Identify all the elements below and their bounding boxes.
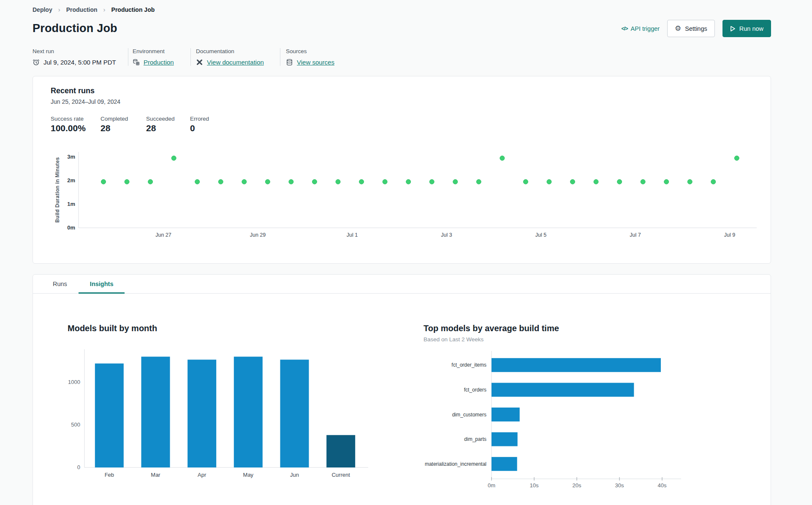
alarm-clock-icon (33, 59, 40, 66)
run-duration-dot[interactable] (101, 179, 106, 184)
gear-icon: ⚙ (675, 25, 681, 32)
insights-panel: Models built by month 05001000FebMarAprM… (33, 294, 771, 505)
run-duration-dot[interactable] (148, 179, 153, 184)
meta-sources: Sources View sources (280, 48, 334, 66)
run-now-button[interactable]: Run now (722, 20, 771, 37)
month-bar-apr[interactable] (187, 359, 216, 467)
page-title: Production Job (33, 22, 117, 35)
bar-y-tick: 1000 (68, 379, 80, 385)
model-label: dim_parts (464, 436, 486, 442)
month-bar-jun[interactable] (280, 359, 309, 467)
stat-completed: Completed 28 (100, 116, 146, 133)
run-duration-dot[interactable] (312, 179, 317, 184)
bar-x-label: Jun (290, 472, 299, 478)
tab-insights[interactable]: Insights (79, 275, 125, 293)
scatter-x-tick: Jul 1 (347, 232, 358, 238)
run-duration-dot[interactable] (594, 179, 598, 184)
run-duration-dot[interactable] (664, 179, 669, 184)
top-models-chart: fct_order_itemsfct_ordersdim_customersdi… (412, 348, 733, 492)
model-bar-fct_order_items[interactable] (492, 358, 661, 372)
meta-environment: Environment Production (128, 48, 190, 66)
model-label: materialization_incremental (425, 461, 486, 467)
tabbar: Runs Insights (33, 275, 771, 294)
run-duration-dot[interactable] (547, 179, 551, 184)
hbar-x-tick: 30s (615, 482, 624, 489)
bar-y-tick: 0 (77, 464, 80, 470)
breadcrumb-deploy[interactable]: Deploy (33, 6, 52, 13)
view-sources-link[interactable]: View sources (297, 59, 334, 66)
model-bar-fct_orders[interactable] (492, 383, 634, 397)
bar-x-label: Mar (151, 472, 160, 478)
tab-runs[interactable]: Runs (41, 275, 79, 293)
run-duration-dot[interactable] (453, 179, 458, 184)
settings-button[interactable]: ⚙ Settings (667, 20, 715, 37)
scatter-y-tick: 1m (67, 201, 75, 207)
run-duration-dot[interactable] (406, 179, 411, 184)
scatter-y-axis-label: Build Duration in Minutes (54, 157, 60, 222)
view-documentation-link[interactable]: View documentation (207, 59, 264, 66)
dbt-logo-icon (196, 59, 203, 66)
run-duration-dot[interactable] (171, 156, 176, 160)
breadcrumb-production[interactable]: Production (66, 6, 98, 13)
stat-success-rate: Success rate 100.00% (51, 116, 100, 133)
bar-y-tick: 500 (71, 421, 80, 428)
meta-next-run: Next run Jul 9, 2024, 5:00 PM PDT (33, 48, 128, 66)
run-duration-dot[interactable] (218, 179, 223, 184)
breadcrumb-production-job: Production Job (111, 6, 155, 13)
run-duration-dot[interactable] (500, 156, 505, 160)
model-bar-dim_customers[interactable] (492, 408, 520, 421)
top-models-subtitle: Based on Last 2 Weeks (424, 336, 733, 343)
month-bar-mar[interactable] (141, 356, 170, 467)
run-duration-dot[interactable] (359, 179, 364, 184)
model-label: fct_order_items (451, 362, 486, 368)
hbar-x-tick: 40s (658, 482, 667, 489)
bar-x-label: Feb (105, 472, 114, 478)
run-duration-dot[interactable] (265, 179, 270, 184)
run-duration-dot[interactable] (617, 179, 622, 184)
scatter-x-tick: Jul 3 (441, 232, 452, 238)
run-duration-dot[interactable] (711, 179, 716, 184)
run-duration-dot[interactable] (641, 179, 645, 184)
run-duration-dot[interactable] (476, 179, 481, 184)
stat-errored: Errored 0 (190, 116, 209, 133)
hbar-x-tick: 20s (573, 482, 581, 489)
model-bar-materialization_incremental[interactable] (492, 457, 517, 471)
scatter-x-tick: Jun 27 (155, 232, 171, 238)
models-by-month-chart-group: Models built by month 05001000FebMarAprM… (62, 324, 371, 490)
run-duration-dot[interactable] (336, 179, 340, 184)
database-icon (286, 59, 293, 66)
scatter-y-tick: 3m (67, 154, 75, 160)
scatter-y-tick: 2m (67, 177, 75, 184)
month-bar-may[interactable] (234, 356, 263, 467)
run-duration-dot[interactable] (429, 179, 434, 184)
run-duration-dot[interactable] (125, 179, 129, 184)
code-icon: </> (622, 26, 628, 32)
run-duration-dot[interactable] (383, 179, 387, 184)
chevron-right-icon: › (58, 6, 60, 13)
recent-runs-title: Recent runs (51, 86, 753, 95)
bar-x-label: May (243, 472, 254, 478)
run-duration-dot[interactable] (734, 156, 739, 160)
model-label: fct_orders (464, 387, 486, 393)
run-duration-dot[interactable] (242, 179, 247, 184)
next-run-value: Jul 9, 2024, 5:00 PM PDT (43, 59, 116, 66)
models-by-month-chart: 05001000FebMarAprMayJunCurrent (62, 344, 371, 490)
models-by-month-title: Models built by month (68, 324, 371, 333)
scatter-y-tick: 0m (67, 224, 75, 231)
play-icon (730, 26, 736, 32)
page-header: Production Job </> API trigger ⚙ Setting… (33, 20, 771, 37)
model-bar-dim_parts[interactable] (492, 432, 518, 446)
run-duration-dot[interactable] (289, 179, 293, 184)
month-bar-feb[interactable] (95, 364, 124, 467)
environment-icon (133, 59, 140, 66)
run-duration-dot[interactable] (523, 179, 528, 184)
run-duration-dot[interactable] (195, 179, 200, 184)
job-meta-row: Next run Jul 9, 2024, 5:00 PM PDT Enviro… (33, 48, 771, 66)
run-duration-dot[interactable] (687, 179, 692, 184)
run-duration-dot[interactable] (570, 179, 575, 184)
hbar-x-tick: 0m (488, 482, 495, 489)
api-trigger-link[interactable]: </> API trigger (622, 25, 660, 32)
environment-link[interactable]: Production (144, 59, 174, 66)
scatter-x-tick: Jul 9 (724, 232, 735, 238)
month-bar-current[interactable] (326, 435, 355, 467)
